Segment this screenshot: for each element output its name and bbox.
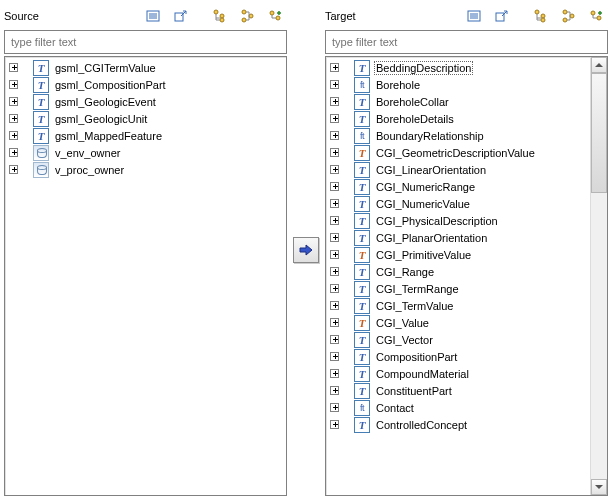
tree-item[interactable]: Tgsml_CompositionPart	[5, 76, 286, 93]
expander-icon[interactable]	[330, 131, 339, 140]
expander-icon[interactable]	[9, 165, 18, 174]
tree-item[interactable]: TCGI_PlanarOrientation	[326, 229, 590, 246]
svg-point-8	[242, 10, 246, 14]
type-icon: T	[354, 281, 370, 297]
tree-compact-button[interactable]	[235, 4, 259, 28]
expander-icon[interactable]	[9, 63, 18, 72]
tree-item[interactable]: TCGI_GeometricDescriptionValue	[326, 144, 590, 161]
tree-compact-icon	[240, 9, 254, 23]
tree-item[interactable]: TBoreholeCollar	[326, 93, 590, 110]
source-filter[interactable]	[4, 30, 287, 54]
expander-icon[interactable]	[330, 165, 339, 174]
tree-item[interactable]: TCGI_TermValue	[326, 297, 590, 314]
tree-item[interactable]: Tgsml_GeologicUnit	[5, 110, 286, 127]
expander-icon[interactable]	[330, 97, 339, 106]
source-panel: Source	[0, 0, 291, 500]
source-filter-input[interactable]	[5, 34, 286, 50]
tree-item[interactable]: TBeddingDescription	[326, 59, 590, 76]
tree-item[interactable]: Tgsml_GeologicEvent	[5, 93, 286, 110]
tree-item-label: gsml_GeologicEvent	[53, 95, 158, 109]
tree-item[interactable]: TCGI_NumericRange	[326, 178, 590, 195]
tree-item[interactable]: v_env_owner	[5, 144, 286, 161]
tree-view-button[interactable]	[207, 4, 231, 28]
expander-icon[interactable]	[330, 386, 339, 395]
tree-item[interactable]: TCGI_PhysicalDescription	[326, 212, 590, 229]
tree-joint	[342, 263, 352, 280]
expander-icon[interactable]	[330, 403, 339, 412]
expander-icon[interactable]	[330, 335, 339, 344]
expander-icon[interactable]	[330, 420, 339, 429]
target-tree[interactable]: TBeddingDescriptionftBoreholeTBoreholeCo…	[326, 57, 590, 495]
tree-item[interactable]: TCGI_Range	[326, 263, 590, 280]
scroll-up-button[interactable]	[591, 57, 607, 73]
tree-item-label: CGI_TermValue	[374, 299, 455, 313]
target-filter[interactable]	[325, 30, 608, 54]
tree-item[interactable]: Tgsml_CGITermValue	[5, 59, 286, 76]
expander-icon[interactable]	[330, 114, 339, 123]
tree-item[interactable]: ftContact	[326, 399, 590, 416]
expander-icon[interactable]	[330, 80, 339, 89]
tree-item[interactable]: ftBorehole	[326, 76, 590, 93]
expander-icon[interactable]	[330, 301, 339, 310]
tree-joint	[21, 59, 31, 76]
scroll-thumb[interactable]	[591, 73, 607, 193]
tree-add-button[interactable]	[584, 4, 608, 28]
expander-icon[interactable]	[330, 369, 339, 378]
list-view-button[interactable]	[462, 4, 486, 28]
expander-icon[interactable]	[330, 352, 339, 361]
tree-joint	[342, 399, 352, 416]
map-button[interactable]	[293, 237, 319, 263]
tree-item[interactable]: TCGI_Value	[326, 314, 590, 331]
scroll-down-button[interactable]	[591, 479, 607, 495]
tree-item[interactable]: TCGI_PrimitiveValue	[326, 246, 590, 263]
expander-icon[interactable]	[330, 63, 339, 72]
tree-item[interactable]: TCGI_Vector	[326, 331, 590, 348]
tree-view-button[interactable]	[528, 4, 552, 28]
tree-item[interactable]: ftBoundaryRelationship	[326, 127, 590, 144]
source-tree[interactable]: Tgsml_CGITermValueTgsml_CompositionPartT…	[5, 57, 286, 495]
expander-icon[interactable]	[9, 80, 18, 89]
open-link-button[interactable]	[169, 4, 193, 28]
expander-icon[interactable]	[9, 148, 18, 157]
expander-icon[interactable]	[9, 97, 18, 106]
tree-joint	[342, 348, 352, 365]
tree-item[interactable]: TConstituentPart	[326, 382, 590, 399]
target-scrollbar[interactable]	[590, 57, 607, 495]
open-link-button[interactable]	[490, 4, 514, 28]
tree-item[interactable]: TBoreholeDetails	[326, 110, 590, 127]
expander-icon[interactable]	[330, 267, 339, 276]
expander-icon[interactable]	[330, 199, 339, 208]
svg-point-22	[563, 18, 567, 22]
expander-icon[interactable]	[330, 233, 339, 242]
tree-add-button[interactable]	[263, 4, 287, 28]
target-filter-input[interactable]	[326, 34, 607, 50]
tree-item[interactable]: v_proc_owner	[5, 161, 286, 178]
tree-item[interactable]: TCGI_NumericValue	[326, 195, 590, 212]
tree-item-label: CompoundMaterial	[374, 367, 471, 381]
tree-compact-button[interactable]	[556, 4, 580, 28]
tree-item[interactable]: TControlledConcept	[326, 416, 590, 433]
tree-item-label: gsml_CGITermValue	[53, 61, 158, 75]
type-icon: T	[354, 111, 370, 127]
database-icon	[33, 145, 49, 161]
tree-joint	[342, 331, 352, 348]
expander-icon[interactable]	[330, 148, 339, 157]
svg-point-18	[535, 10, 539, 14]
tree-item[interactable]: TCGI_TermRange	[326, 280, 590, 297]
expander-icon[interactable]	[330, 284, 339, 293]
scroll-track[interactable]	[591, 193, 607, 479]
tree-item[interactable]: TCompositionPart	[326, 348, 590, 365]
tree-item[interactable]: TCompoundMaterial	[326, 365, 590, 382]
tree-joint	[342, 127, 352, 144]
expander-icon[interactable]	[330, 318, 339, 327]
expander-icon[interactable]	[9, 114, 18, 123]
expander-icon[interactable]	[330, 182, 339, 191]
tree-item[interactable]: TCGI_LinearOrientation	[326, 161, 590, 178]
expander-icon[interactable]	[9, 131, 18, 140]
expander-icon[interactable]	[330, 216, 339, 225]
list-view-button[interactable]	[141, 4, 165, 28]
tree-item[interactable]: Tgsml_MappedFeature	[5, 127, 286, 144]
tree-item-label: CGI_GeometricDescriptionValue	[374, 146, 537, 160]
expander-icon[interactable]	[330, 250, 339, 259]
svg-point-11	[270, 11, 274, 15]
